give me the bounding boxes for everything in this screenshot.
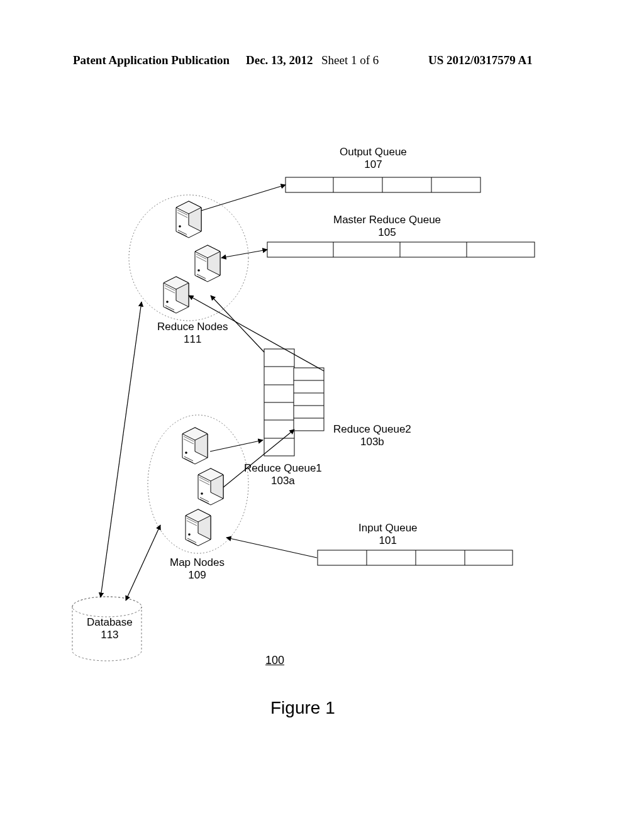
reduce-queue2-label: Reduce Queue2 103b	[333, 423, 411, 448]
page: Patent Application Publication Dec. 13, …	[0, 0, 644, 830]
svg-rect-20	[294, 368, 324, 431]
output-queue-label: Output Queue 107	[340, 146, 407, 170]
reduce-nodes-label: Reduce Nodes 111	[157, 321, 228, 345]
reduce-queue1-icon	[264, 349, 294, 456]
arrow-input-map	[226, 538, 317, 558]
figure-reference-number: 100	[265, 654, 284, 667]
arrow-reduce-output	[201, 185, 286, 211]
input-queue-label: Input Queue 101	[358, 522, 418, 546]
master-reduce-queue-label: Master Reduce Queue 105	[333, 214, 441, 238]
reduce-queue1-label: Reduce Queue1 103a	[244, 462, 322, 487]
arrow-reduce-db	[101, 302, 142, 597]
map-nodes-group	[148, 415, 248, 553]
reduce-queue2-icon	[294, 368, 324, 431]
master-reduce-queue-icon	[267, 242, 535, 257]
arrow-reduce-master	[221, 250, 267, 258]
arrow-map-rq1	[210, 440, 263, 451]
svg-rect-10	[267, 242, 535, 257]
reduce-nodes-group	[129, 195, 248, 321]
arrow-map-db	[126, 525, 160, 600]
database-label: Database 113	[87, 616, 133, 641]
output-queue-icon	[286, 177, 480, 192]
input-queue-icon	[318, 550, 513, 565]
figure-caption: Figure 1	[270, 698, 335, 718]
map-nodes-label: Map Nodes 109	[170, 556, 225, 581]
svg-rect-25	[318, 550, 513, 565]
svg-rect-6	[286, 177, 480, 192]
